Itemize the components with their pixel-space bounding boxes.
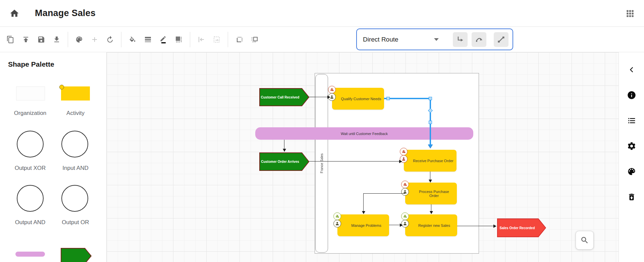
- curved-connector-button[interactable]: [472, 32, 486, 47]
- apps-grid-button[interactable]: [624, 7, 636, 19]
- organization-badge-icon: [401, 181, 409, 188]
- image-button[interactable]: [209, 32, 224, 47]
- connector-process-to-manage[interactable]: [363, 193, 405, 194]
- add-button[interactable]: [87, 32, 102, 47]
- trash-restore-icon: [627, 193, 636, 201]
- apps-grid-icon: [626, 9, 634, 18]
- connector-handle[interactable]: [386, 97, 390, 100]
- palette-label: Output AND: [5, 219, 55, 226]
- node-manage-problems[interactable]: Manage Problems: [337, 214, 389, 236]
- palette-shape-output-or[interactable]: [61, 185, 88, 212]
- copy-button[interactable]: [3, 32, 18, 47]
- snap-object-button[interactable]: [247, 32, 262, 47]
- orthogonal-connector-button[interactable]: [453, 32, 468, 47]
- right-sidebar: [619, 52, 644, 262]
- toolbar: Direct Route: [0, 27, 644, 52]
- person-badge-icon: [333, 220, 341, 227]
- swimlane-france-sales[interactable]: France Sales: [315, 74, 328, 253]
- swimlane-label: France Sales: [320, 153, 324, 173]
- select-region-button[interactable]: [231, 32, 247, 47]
- upload-button[interactable]: [18, 32, 34, 47]
- home-icon: [9, 8, 19, 18]
- node-wait-until-customer-feedback[interactable]: Wait until Customer Feedback: [255, 127, 473, 140]
- arrowhead-icon: [399, 160, 402, 163]
- color-palette-button[interactable]: [71, 32, 87, 47]
- organization-badge-icon: [400, 148, 408, 155]
- node-label: Wait until Customer Feedback: [341, 132, 388, 136]
- stroke-color-button[interactable]: [156, 32, 171, 47]
- organization-shape: [16, 86, 45, 101]
- connector-handle[interactable]: [429, 121, 432, 124]
- node-customer-order-arrives[interactable]: Customer Order Arrives: [259, 152, 310, 171]
- node-label: Sales Order Recorded: [497, 226, 546, 230]
- theme-palette-button[interactable]: [627, 167, 636, 176]
- event-arrow-shape: [61, 248, 92, 262]
- node-qualify-customer-needs[interactable]: Qualify Customer Needs: [332, 88, 384, 110]
- line-weight-button[interactable]: [140, 32, 156, 47]
- connector-manage-to-register[interactable]: [389, 225, 400, 225]
- node-register-new-sales[interactable]: Register new Sales: [405, 214, 457, 236]
- circle-shape: [61, 131, 88, 157]
- straight-connector-button[interactable]: [494, 32, 508, 47]
- settings-button[interactable]: [627, 141, 636, 151]
- selected-connector-segment[interactable]: [384, 98, 431, 99]
- connector-receive-to-process[interactable]: [430, 172, 430, 180]
- palette-shape-organization[interactable]: [16, 86, 45, 101]
- diagram-canvas[interactable]: France Sales Wait until Customer Feedbac…: [107, 52, 619, 262]
- palette-label: Output OR: [50, 219, 101, 226]
- route-dropdown-value[interactable]: Direct Route: [363, 36, 398, 43]
- palette-label: Input AND: [50, 165, 101, 172]
- organization-badge-icon: [333, 212, 341, 220]
- node-label: Customer Call Received: [259, 95, 310, 99]
- collapse-panel-button[interactable]: [627, 65, 636, 74]
- node-receive-purchase-order[interactable]: Receive Purchase Order: [404, 150, 457, 172]
- node-customer-call-received[interactable]: Customer Call Received: [259, 88, 310, 106]
- node-sales-order-recorded[interactable]: Sales Order Recorded: [497, 218, 546, 237]
- shadow-button[interactable]: [171, 32, 186, 47]
- app-header: Manage Sales: [0, 0, 644, 27]
- restore-trash-button[interactable]: [627, 192, 636, 202]
- node-label: Receive Purchase Order: [404, 159, 456, 163]
- undo-button[interactable]: [102, 32, 118, 47]
- node-label: Qualify Customer Needs: [332, 97, 384, 101]
- node-process-purchase-order[interactable]: Process Purchase Order: [405, 183, 457, 204]
- palette-shape-output-and[interactable]: [17, 185, 44, 212]
- connector-wait-to-order[interactable]: [284, 140, 284, 149]
- circle-shape: [17, 131, 44, 157]
- fill-color-button[interactable]: [125, 32, 140, 47]
- connector-register-to-recorded[interactable]: [457, 226, 494, 226]
- connector-call-to-qualify[interactable]: [309, 97, 328, 97]
- connector-process-to-manage[interactable]: [363, 193, 364, 211]
- align-left-button[interactable]: [194, 32, 209, 47]
- palette-shape-input-and[interactable]: [61, 131, 88, 157]
- toolbar-separator: [228, 32, 228, 47]
- list-button[interactable]: [627, 116, 636, 125]
- download-button[interactable]: [49, 32, 64, 47]
- circle-shape: [17, 185, 44, 212]
- connector-order-to-receive[interactable]: [309, 161, 400, 161]
- connector-handle[interactable]: [429, 97, 432, 100]
- rounded-bar-shape: [15, 252, 45, 257]
- arrowhead-icon: [283, 149, 286, 152]
- connector-process-to-register[interactable]: [431, 204, 431, 211]
- palette-shape-output-xor[interactable]: [17, 131, 44, 157]
- activity-shape: [61, 86, 90, 101]
- palette-icon: [627, 167, 636, 176]
- chevron-down-icon[interactable]: [434, 38, 439, 41]
- organization-badge-icon: [328, 86, 336, 93]
- palette-shape-process-path[interactable]: [15, 252, 45, 257]
- palette-title: Shape Palette: [8, 60, 54, 68]
- zoom-search-button[interactable]: [576, 231, 594, 250]
- selected-connector-arrowhead-icon: [428, 144, 433, 148]
- gear-icon: [627, 141, 636, 151]
- palette-shape-activity[interactable]: [61, 86, 90, 101]
- palette-shape-event[interactable]: [61, 248, 92, 262]
- home-button[interactable]: [9, 8, 20, 19]
- toolbar-separator: [68, 32, 68, 47]
- palette-label: Organization: [5, 110, 55, 117]
- palette-label: Output XOR: [5, 165, 55, 172]
- info-button[interactable]: [627, 90, 636, 100]
- node-label: Manage Problems: [342, 223, 384, 227]
- save-button[interactable]: [34, 32, 49, 47]
- circle-shape: [61, 185, 88, 212]
